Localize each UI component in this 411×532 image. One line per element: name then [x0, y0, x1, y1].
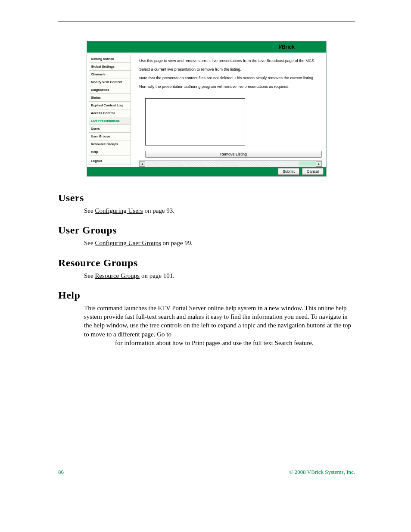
sidebar-item-logout[interactable]: Logout — [89, 157, 131, 165]
sidebar-item-global-settings[interactable]: Global Settings — [89, 63, 131, 71]
sidebar: Getting StartedGlobal SettingsChannelsMo… — [87, 53, 133, 167]
text: on page 101. — [140, 272, 174, 279]
text: See — [84, 207, 95, 214]
para-help-2: for information about how to Print pages… — [84, 339, 355, 347]
horizontal-scrollbar[interactable]: ◂ ▸ — [139, 160, 322, 167]
link-configuring-user-groups[interactable]: Configuring User Groups — [95, 240, 161, 246]
heading-resource-groups: Resource Groups — [58, 257, 355, 269]
info-line: Select a current live presentation to re… — [139, 67, 322, 72]
text: on page 93. — [143, 207, 174, 214]
nav-group-2: Logout — [89, 157, 131, 165]
sidebar-item-resource-groups[interactable]: Resource Groups — [89, 140, 131, 148]
sidebar-item-channels[interactable]: Channels — [89, 71, 131, 78]
heading-help: Help — [58, 289, 355, 301]
cancel-button[interactable]: Cancel — [302, 168, 324, 175]
para-users: See Configuring Users on page 93. — [84, 206, 355, 215]
app-topbar: VBrick ETHERNETV SUITE — [87, 41, 326, 53]
text: See — [84, 272, 95, 279]
presentations-listbox[interactable] — [145, 98, 245, 146]
para-resource-groups: See Resource Groups on page 101. — [84, 271, 355, 280]
page-footer: 86 © 2008 VBrick Systems, Inc. — [58, 469, 355, 476]
heading-users: Users — [58, 192, 355, 204]
scroll-right-icon[interactable]: ▸ — [316, 161, 322, 167]
submit-button[interactable]: Submit — [278, 168, 299, 175]
info-line: Note that the presentation content files… — [139, 76, 322, 80]
logo-swoosh-icon — [271, 42, 277, 52]
nav-group-1: Getting StartedGlobal SettingsChannelsMo… — [89, 55, 131, 156]
para-user-groups: See Configuring User Groups on page 99. — [84, 239, 355, 247]
sidebar-item-expired-content-log[interactable]: Expired Content Log — [89, 102, 131, 109]
sidebar-item-access-control[interactable]: Access Control — [89, 109, 131, 117]
sidebar-item-users[interactable]: Users — [89, 125, 131, 133]
scrollbar-track[interactable] — [299, 161, 316, 167]
link-configuring-users[interactable]: Configuring Users — [95, 207, 143, 214]
link-resource-groups[interactable]: Resource Groups — [95, 272, 140, 279]
logo-suite: SUITE — [314, 48, 324, 51]
scrollbar-thumb[interactable] — [145, 161, 299, 167]
sidebar-item-live-presentations[interactable]: Live Presentations — [89, 117, 131, 125]
sidebar-item-getting-started[interactable]: Getting Started — [89, 55, 131, 63]
para-help-1: This command launches the ETV Portal Ser… — [84, 304, 355, 339]
logo-product: ETHERNETV — [296, 44, 324, 48]
copyright: © 2008 VBrick Systems, Inc. — [289, 469, 355, 476]
main-content: Use this page to view and remove current… — [133, 53, 326, 167]
page-number: 86 — [58, 469, 64, 476]
info-line: Use this page to view and remove current… — [139, 59, 322, 63]
sidebar-item-user-groups[interactable]: User Groups — [89, 133, 131, 140]
remove-listing-button[interactable]: Remove Listing — [145, 151, 322, 158]
app-footer: Submit Cancel — [87, 167, 326, 176]
heading-user-groups: User Groups — [58, 224, 355, 236]
sidebar-item-diagnostics[interactable]: Diagnostics — [89, 86, 131, 94]
info-line: Normally the presentation authoring prog… — [139, 84, 322, 89]
app-logo: VBrick ETHERNETV SUITE — [271, 43, 324, 51]
scroll-left-icon[interactable]: ◂ — [139, 161, 145, 167]
app-window: VBrick ETHERNETV SUITE Getting StartedGl… — [87, 41, 327, 177]
text: See — [84, 240, 95, 246]
top-rule — [58, 22, 355, 22]
sidebar-item-modify-vod-content[interactable]: Modify VOD Content — [89, 78, 131, 86]
text: on page 99. — [161, 240, 193, 246]
logo-brand: VBrick — [278, 43, 295, 51]
sidebar-item-status[interactable]: Status — [89, 94, 131, 102]
sidebar-item-help[interactable]: Help — [89, 148, 131, 156]
